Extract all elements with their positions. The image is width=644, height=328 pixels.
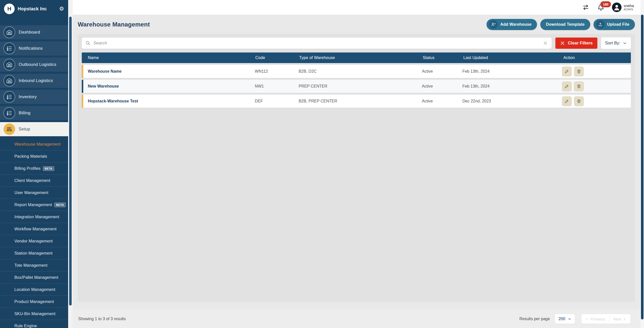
sidebar-item-product-management[interactable]: Product Management — [0, 296, 68, 308]
table-row: New Warehouse NW1 PREP CENTER Active Feb… — [82, 80, 631, 93]
search-box — [82, 38, 552, 49]
page-scrollbar-thumb[interactable] — [641, 15, 643, 319]
sidebar-item-location-management[interactable]: Location Management — [0, 284, 68, 296]
warehouse-icon — [4, 26, 15, 38]
user-menu[interactable]: sneha ADMIN — [612, 3, 634, 12]
beta-badge: BETA — [43, 166, 54, 171]
checklist-icon — [4, 43, 15, 54]
warehouse-name-link[interactable]: Hopstack-Warehouse Test — [83, 99, 250, 103]
table-row: Hopstack-Warehouse Test DEF B2B, PREP CE… — [82, 95, 631, 108]
edit-button[interactable] — [562, 67, 572, 76]
sort-by-dropdown[interactable]: Sort By: — [601, 37, 631, 49]
sidebar-item-packing-materials[interactable]: Packing Materials — [0, 150, 68, 162]
cell-code: WN112 — [250, 69, 294, 74]
sidebar-item-label: Inventory — [19, 94, 37, 99]
sub-item-label: Tote Management — [14, 263, 47, 268]
sidebar-item-sku-bin-management[interactable]: SKU-Bin Management — [0, 308, 68, 320]
download-template-button[interactable]: Download Template — [540, 19, 590, 30]
cell-status: Active — [417, 99, 458, 103]
page-size-value: 200 — [558, 317, 565, 321]
sidebar-item-station-management[interactable]: Station Management — [0, 247, 68, 259]
sub-item-label: Vendor Management — [14, 239, 53, 243]
sub-item-label: Integration Management — [14, 215, 59, 219]
delete-button[interactable] — [574, 67, 584, 76]
hopstack-logo: H — [4, 4, 15, 14]
brand-row: H Hopstack Inc ⚙ — [0, 0, 68, 18]
sub-item-label: Report Management — [14, 203, 52, 207]
avatar — [612, 3, 622, 12]
sidebar-item-rule-engine[interactable]: Rule Engine — [0, 320, 68, 328]
add-warehouse-label: Add Warehouse — [500, 22, 531, 27]
sidebar-item-label: Inbound Logistics — [19, 78, 53, 83]
sidebar-scrollbar-thumb[interactable] — [69, 17, 72, 306]
upload-file-button[interactable]: Upload File — [594, 19, 635, 30]
clear-search-icon[interactable] — [543, 40, 548, 46]
x-icon — [560, 41, 565, 46]
notification-count-badge: 180 — [600, 1, 611, 7]
page-size-select[interactable]: 200 — [555, 314, 575, 324]
sidebar-item-label: Setup — [19, 127, 30, 132]
cell-type: B2B, D2C — [294, 69, 417, 74]
sidebar-item-billing-profiles[interactable]: Billing ProfilesBETA — [0, 162, 68, 175]
edit-button[interactable] — [562, 96, 572, 106]
download-template-label: Download Template — [546, 22, 584, 27]
sidebar-item-outbound-logistics[interactable]: Outbound Logistics — [0, 58, 68, 72]
warehouse-box-icon — [4, 59, 15, 70]
column-header-action: Action — [557, 56, 631, 60]
sidebar-nav: Dashboard Notifications Outbound Logisti… — [0, 18, 68, 328]
sort-by-label: Sort By: — [605, 41, 620, 46]
checklist-icon — [4, 107, 15, 119]
sidebar-item-user-management[interactable]: User Management — [0, 187, 68, 199]
sidebar-item-dashboard[interactable]: Dashboard — [0, 25, 68, 39]
sidebar-item-workflow-management[interactable]: Workflow Management — [0, 223, 68, 235]
transfer-icon[interactable] — [582, 3, 590, 11]
search-icon — [85, 40, 91, 46]
sidebar-item-billing[interactable]: Billing — [0, 106, 68, 120]
cell-action — [557, 96, 631, 106]
sidebar-item-report-management[interactable]: Report ManagementBETA — [0, 199, 68, 211]
beta-badge: BETA — [54, 203, 66, 207]
sidebar-item-setup[interactable]: Setup — [0, 122, 68, 136]
warehouse-box-icon — [4, 75, 15, 87]
sidebar-item-vendor-management[interactable]: Vendor Management — [0, 235, 68, 247]
sub-item-label: SKU-Bin Management — [14, 312, 56, 316]
add-warehouse-button[interactable]: Add Warehouse — [487, 19, 537, 30]
sub-item-label: Location Management — [14, 287, 55, 292]
upload-file-label: Upload File — [607, 22, 629, 27]
footer-controls: Results per page 200 Previous Next — [519, 314, 630, 324]
cell-last-updated: Feb 13th, 2024 — [458, 69, 557, 74]
sidebar-item-client-management[interactable]: Client Management — [0, 175, 68, 187]
clear-filters-button[interactable]: Clear Filters — [555, 37, 597, 49]
page-scrollbar — [640, 0, 644, 328]
sidebar-item-inbound-logistics[interactable]: Inbound Logistics — [0, 74, 68, 88]
warehouse-name-link[interactable]: Warehouse Name — [83, 69, 250, 74]
sidebar-item-notifications[interactable]: Notifications — [0, 41, 68, 56]
sidebar-item-box-pallet-management[interactable]: Box/Pallet Management — [0, 271, 68, 284]
results-summary: Showing 1 to 3 of 3 results — [78, 317, 126, 321]
sub-item-label: Billing Profiles — [14, 166, 41, 171]
next-page-button[interactable]: Next — [609, 314, 630, 324]
notifications-bell-icon[interactable]: 180 — [597, 3, 605, 11]
delete-button[interactable] — [574, 96, 584, 106]
sidebar-item-warehouse-management[interactable]: Warehouse Management — [0, 138, 68, 150]
sidebar-item-inventory[interactable]: Inventory — [0, 90, 68, 104]
topbar: 180 sneha ADMIN — [73, 0, 640, 15]
user-name: sneha — [624, 4, 634, 8]
checklist-icon — [4, 91, 15, 103]
sidebar-item-tote-management[interactable]: Tote Management — [0, 259, 68, 271]
sidebar-scrollbar — [68, 0, 73, 328]
search-input[interactable] — [93, 41, 543, 46]
cell-status: Active — [417, 84, 458, 89]
sidebar-item-integration-management[interactable]: Integration Management — [0, 211, 68, 223]
column-header-name: Name — [82, 56, 249, 60]
cell-last-updated: Dec 22nd, 2023 — [458, 99, 557, 103]
column-header-status: Status — [417, 56, 457, 60]
column-header-code: Code — [249, 56, 293, 60]
cell-code: DEF — [250, 99, 294, 103]
previous-page-button[interactable]: Previous — [581, 314, 609, 324]
gear-icon[interactable]: ⚙ — [59, 6, 64, 12]
delete-button[interactable] — [574, 81, 584, 91]
sub-item-label: Station Management — [14, 251, 52, 256]
edit-button[interactable] — [562, 81, 572, 91]
warehouse-name-link[interactable]: New Warehouse — [83, 84, 250, 89]
